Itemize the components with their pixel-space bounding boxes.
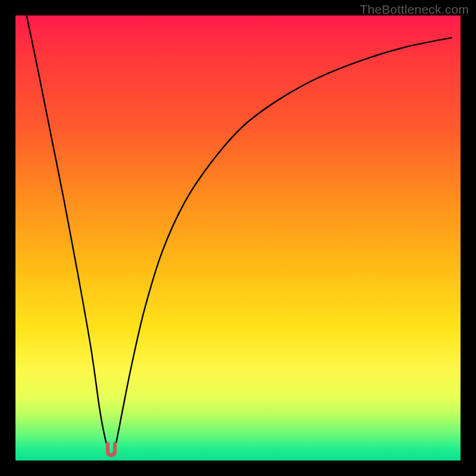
bottleneck-marker-icon xyxy=(102,441,121,458)
bottleneck-curve xyxy=(15,15,461,461)
watermark-text: TheBottleneck.com xyxy=(360,2,469,17)
plot-area xyxy=(15,15,461,461)
chart-frame: TheBottleneck.com xyxy=(0,0,476,476)
